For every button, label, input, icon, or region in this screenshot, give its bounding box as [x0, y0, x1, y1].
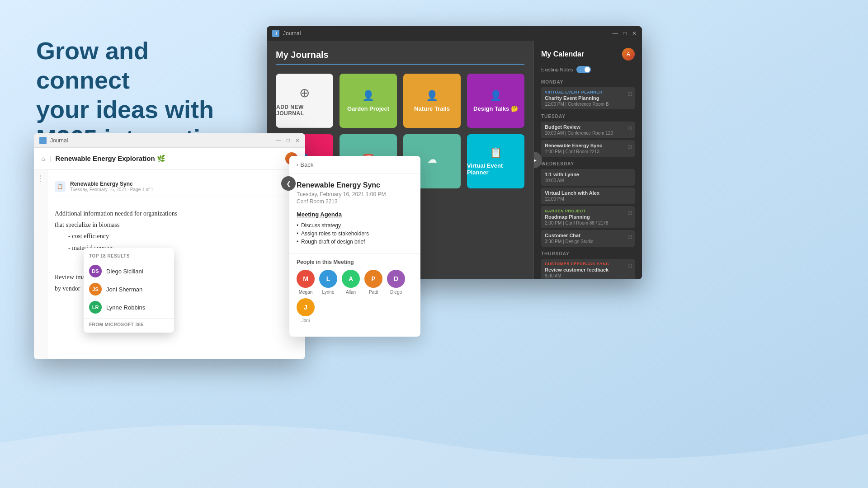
lunch-time: 12:00 PM — [545, 197, 631, 202]
existing-notes-switch[interactable] — [576, 66, 591, 73]
energy-close[interactable]: ✕ — [295, 137, 300, 144]
design-talks-card[interactable]: 👤 Design Talks 🤔 — [467, 74, 524, 128]
customer-feedback-event[interactable]: CUSTOMER FEEDBACK SYNC Review customer f… — [541, 259, 635, 279]
person-joni: J Joni — [297, 298, 315, 323]
calendar-avatar: A — [622, 48, 635, 61]
energy-maximize[interactable]: □ — [287, 137, 290, 144]
back-label[interactable]: Back — [300, 161, 313, 168]
patti-avatar: P — [364, 270, 382, 288]
charity-time: 12:00 PM | Conference Room B — [545, 102, 631, 107]
energy-note-sidebar — [34, 170, 47, 359]
note-entry-header: 📋 Renewable Energy Sync Tuesday, Februar… — [55, 177, 298, 196]
lunch-name: Virtual Lunch with Alex — [545, 190, 631, 196]
charity-name: Charity Event Planning — [545, 95, 631, 101]
budget-icon: ⊡ — [627, 125, 632, 131]
tuesday-section: TUESDAY Budget Review 10:00 AM | Confere… — [541, 114, 635, 157]
meeting-room: Conf Room 2213 — [297, 198, 413, 205]
meeting-popup-back-arrow[interactable]: ❮ — [281, 176, 296, 191]
dot3 — [40, 181, 41, 182]
meeting-content: Renewable Energy Sync Tuesday, February … — [289, 174, 420, 253]
calendar-sidebar: ▶ My Calendar A Existing Notes MONDAY VI… — [533, 41, 642, 279]
roadmap-event[interactable]: GARDEN PROJECT Roadmap Planning 2:00 PM … — [541, 206, 635, 228]
meeting-popup: ‹ Back Renewable Energy Sync Tuesday, Fe… — [289, 156, 420, 337]
dot1 — [40, 175, 41, 177]
energy-emoji: 🌿 — [157, 155, 165, 162]
charity-event[interactable]: VIRTUAL EVENT PLANNER Charity Event Plan… — [541, 87, 635, 109]
garden-project-card[interactable]: 👤 Garden Project — [340, 74, 397, 128]
energy-minimize[interactable]: — — [276, 137, 281, 144]
handwritten-line-3: - cost efficiency — [55, 230, 298, 242]
lynne-1on1-event[interactable]: 1:1 with Lynne 10:00 AM — [541, 169, 635, 186]
note-entry-date: Tuesday, February 16, 2021 · Page 1 of 1 — [70, 187, 279, 192]
chat-icon: ⊡ — [627, 234, 632, 240]
person-lynne: L Lynne — [319, 270, 337, 295]
diego-meeting-avatar: D — [387, 270, 405, 288]
wednesday-label: WEDNESDAY — [541, 161, 635, 166]
home-icon[interactable]: ⌂ — [41, 155, 45, 162]
feedback-tag: CUSTOMER FEEDBACK SYNC — [545, 262, 631, 266]
design-icon: 👤 — [490, 90, 502, 102]
roadmap-icon: ⊡ — [627, 210, 632, 216]
budget-name: Budget Review — [545, 124, 631, 130]
nature-trails-card[interactable]: 👤 Nature Trails — [403, 74, 461, 128]
agenda-item-3: Rough draft of design brief — [297, 238, 413, 246]
calendar-title: My Calendar — [541, 50, 584, 58]
allan-name: Allan — [346, 290, 356, 295]
agenda-item-2: Assign roles to stakeholders — [297, 230, 413, 238]
virtual-lunch-event[interactable]: Virtual Lunch with Alex 12:00 PM — [541, 188, 635, 204]
monday-section: MONDAY VIRTUAL EVENT PLANNER Charity Eve… — [541, 80, 635, 109]
lynne-name: Lynne Robbins — [106, 304, 145, 311]
dot2 — [40, 178, 41, 179]
charity-icon: ⊡ — [627, 91, 632, 97]
mention-item-diego[interactable]: DS Diego Siciliani — [84, 262, 174, 280]
meeting-avatars: M Megan L Lynne A Allan P Patti D Diego — [297, 270, 413, 295]
monday-label: MONDAY — [541, 80, 635, 84]
renewable-icon: ⊡ — [627, 144, 632, 150]
lynne-meeting-avatar: L — [319, 270, 337, 288]
budget-review-event[interactable]: Budget Review 10:00 AM | Conference Room… — [541, 122, 635, 138]
back-chevron-icon: ‹ — [297, 161, 298, 168]
minimize-button[interactable]: — — [613, 30, 618, 37]
thursday-section: THURSDAY CUSTOMER FEEDBACK SYNC Review c… — [541, 251, 635, 279]
virtual-event-card[interactable]: 📋 Virtual Event Planner — [467, 134, 524, 188]
diego-name: Diego Siciliani — [106, 268, 143, 275]
customer-chat-event[interactable]: Customer Chat 3:30 PM | Design Studio ⊡ — [541, 230, 635, 247]
energy-breadcrumb-bar: ⌂ | Renewable Energy Exploration 🌿 — [34, 148, 305, 170]
roadmap-tag: GARDEN PROJECT — [545, 209, 631, 213]
thursday-label: THURSDAY — [541, 251, 635, 256]
lynne-name: 1:1 with Lynne — [545, 172, 631, 177]
mention-item-lynne[interactable]: LR Lynne Robbins — [84, 298, 174, 316]
feedback-name: Review customer feedback — [545, 267, 631, 272]
megan-avatar: M — [297, 270, 315, 288]
meeting-avatars-row2: J Joni — [297, 298, 413, 323]
maximize-button[interactable]: □ — [623, 30, 627, 37]
garden-icon: 👤 — [362, 90, 374, 102]
budget-time: 10:00 AM | Conference Room 120 — [545, 131, 631, 136]
roadmap-time: 2:00 PM | Conf Room 88 / 2178 — [545, 221, 631, 225]
close-button[interactable]: ✕ — [632, 30, 637, 37]
energy-controls[interactable]: — □ ✕ — [276, 137, 300, 144]
garden-title: Garden Project — [347, 105, 389, 112]
add-new-journal-card[interactable]: ⊕ ADD NEW JOURNAL — [276, 74, 333, 128]
mention-item-joni[interactable]: JS Joni Sherman — [84, 280, 174, 298]
window-controls[interactable]: — □ ✕ — [613, 30, 637, 37]
energy-journal-window: Journal — □ ✕ ⌂ | Renewable Energy Explo… — [34, 133, 305, 359]
feedback-time: 9:00 AM — [545, 273, 631, 278]
existing-notes-toggle[interactable]: Existing Notes — [541, 66, 635, 73]
note-entry-info: Renewable Energy Sync Tuesday, February … — [70, 181, 279, 192]
lynne-avatar: LR — [89, 301, 102, 314]
energy-app-name: Journal — [50, 137, 68, 144]
diego-meeting-name: Diego — [390, 290, 402, 295]
meeting-people-section: People in this Meeting M Megan L Lynne A… — [289, 253, 420, 328]
renewable-sync-event[interactable]: Renewable Energy Sync 1:00 PM | Conf Roo… — [541, 140, 635, 157]
charity-tag: VIRTUAL EVENT PLANNER — [545, 90, 631, 94]
chat-name: Customer Chat — [545, 233, 631, 238]
meeting-popup-header: ‹ Back — [289, 156, 420, 174]
app-icon: J — [272, 30, 279, 37]
back-button[interactable]: ‹ Back — [297, 161, 313, 168]
energy-app-icon — [39, 137, 47, 144]
person-allan: A Allan — [342, 270, 360, 295]
joni-meeting-name: Joni — [302, 318, 310, 323]
joni-meeting-avatar: J — [297, 298, 315, 316]
journal-section-header: My Journals — [276, 50, 524, 65]
